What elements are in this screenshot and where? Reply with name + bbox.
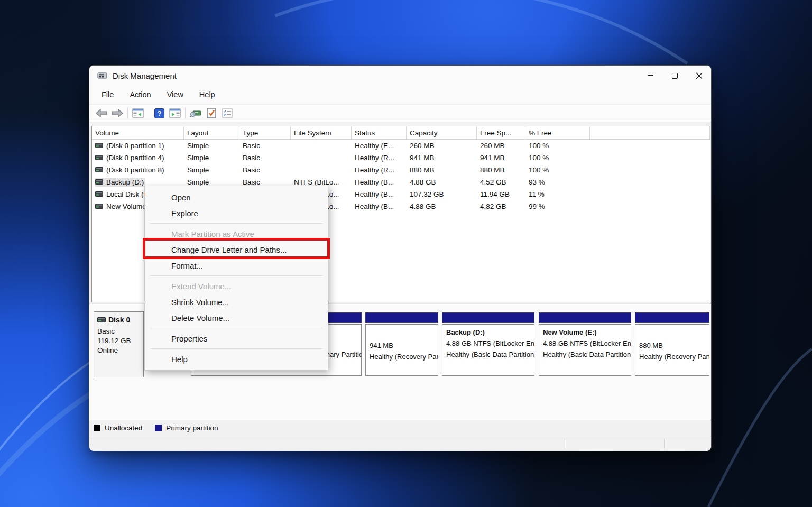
disk-status: Online (97, 346, 140, 354)
forward-icon (112, 109, 123, 117)
unallocated-swatch (94, 425, 100, 431)
primary-partition-bar (539, 312, 631, 323)
toolbar-separator (185, 107, 186, 119)
volume-list-header: Volume Layout Type File System Status Ca… (92, 126, 710, 140)
volume-icon (95, 190, 103, 198)
forward-button[interactable] (109, 106, 125, 120)
primary-partition-bar (635, 312, 709, 323)
help-button[interactable]: ? (151, 106, 167, 120)
volume-icon (95, 202, 103, 210)
column-header-pct-free[interactable]: % Free (525, 126, 590, 139)
primary-partition-bar (442, 312, 534, 323)
column-header-type[interactable]: Type (239, 126, 291, 139)
properties-list-button[interactable] (219, 106, 235, 120)
console-tree-button[interactable] (130, 106, 146, 120)
action-pane-icon (169, 108, 181, 118)
minimize-button[interactable] (638, 66, 662, 86)
check-disk-button[interactable] (204, 106, 219, 120)
title-bar[interactable]: Disk Management (89, 66, 711, 86)
menu-item-format[interactable]: Format... (145, 257, 328, 273)
minimize-icon (648, 75, 653, 76)
menu-separator (150, 223, 322, 224)
menu-file[interactable]: File (98, 89, 117, 100)
back-button[interactable] (94, 106, 109, 120)
rescan-disks-button[interactable] (188, 106, 204, 120)
legend-bar: Unallocated Primary partition (89, 420, 711, 435)
volume-context-menu: Open Explore Mark Partition as Active Ch… (144, 186, 328, 371)
toolbar-separator (127, 107, 128, 119)
volume-icon (95, 166, 103, 174)
disk-type: Basic (97, 327, 140, 335)
toolbar: ? (89, 105, 711, 122)
column-header-free-space[interactable]: Free Sp... (477, 126, 525, 139)
table-row[interactable]: (Disk 0 partition 1) Simple Basic Health… (92, 140, 710, 152)
status-pane-separator (664, 439, 665, 449)
primary-partition-swatch (155, 425, 162, 431)
action-pane-button[interactable] (167, 106, 183, 120)
menu-item-explore[interactable]: Explore (145, 205, 328, 221)
menu-view[interactable]: View (164, 89, 187, 100)
legend-unallocated-label: Unallocated (105, 424, 142, 432)
primary-partition-bar (365, 312, 438, 323)
column-header-capacity[interactable]: Capacity (407, 126, 477, 139)
menu-item-mark-partition-active: Mark Partition as Active (145, 226, 328, 242)
menu-item-help[interactable]: Help (145, 351, 328, 367)
column-header-layout[interactable]: Layout (184, 126, 239, 139)
table-row[interactable]: (Disk 0 partition 4) Simple Basic Health… (92, 152, 710, 164)
volume-icon (95, 178, 103, 186)
menu-separator (150, 275, 322, 276)
legend-primary-label: Primary partition (166, 424, 218, 432)
table-row[interactable]: (Disk 0 partition 8) Simple Basic Health… (92, 164, 710, 176)
partition-block-880mb[interactable]: 880 MB Healthy (Recovery Partition) (635, 312, 709, 377)
menu-item-extend-volume: Extend Volume... (145, 278, 328, 294)
volume-icon (95, 142, 103, 150)
disk-management-window: Disk Management File Action View Help (89, 65, 712, 451)
menu-help[interactable]: Help (196, 89, 218, 100)
status-pane-separator (565, 439, 565, 449)
menu-separator (150, 328, 322, 328)
disk-management-app-icon (97, 71, 107, 80)
rescan-disks-icon (190, 108, 201, 118)
svg-text:?: ? (157, 109, 161, 117)
disk0-label-panel[interactable]: Disk 0 Basic 119.12 GB Online (94, 311, 144, 377)
menu-item-delete-volume[interactable]: Delete Volume... (145, 310, 328, 326)
menu-item-change-drive-letter[interactable]: Change Drive Letter and Paths... (145, 242, 328, 257)
column-header-filler (590, 126, 710, 139)
check-disk-icon (207, 108, 216, 118)
maximize-button[interactable] (662, 66, 687, 86)
disk-size: 119.12 GB (97, 337, 140, 345)
column-header-file-system[interactable]: File System (291, 126, 352, 139)
back-icon (96, 109, 107, 117)
column-header-volume[interactable]: Volume (92, 126, 184, 139)
partition-block-e[interactable]: New Volume (E:) 4.88 GB NTFS (BitLocker … (539, 312, 631, 377)
column-header-status[interactable]: Status (352, 126, 407, 139)
partition-block-d[interactable]: Backup (D:) 4.88 GB NTFS (BitLocker Encr… (442, 312, 534, 377)
close-button[interactable] (687, 66, 711, 86)
close-icon (696, 72, 703, 79)
properties-list-icon (222, 108, 233, 118)
menu-action[interactable]: Action (126, 89, 154, 100)
menu-item-open[interactable]: Open (145, 189, 328, 205)
disk-icon (97, 317, 106, 322)
volume-icon (95, 154, 103, 162)
disk-name: Disk 0 (108, 316, 130, 324)
maximize-icon (672, 73, 678, 79)
console-tree-icon (132, 108, 144, 118)
status-bar (89, 436, 711, 451)
window-title: Disk Management (113, 71, 177, 80)
menu-item-properties[interactable]: Properties (145, 330, 328, 346)
help-icon: ? (154, 108, 164, 118)
menu-separator (150, 348, 322, 349)
partition-block-941mb[interactable]: 941 MB Healthy (Recovery Partition) (365, 312, 438, 377)
menu-bar: File Action View Help (89, 86, 711, 104)
menu-item-shrink-volume[interactable]: Shrink Volume... (145, 294, 328, 310)
